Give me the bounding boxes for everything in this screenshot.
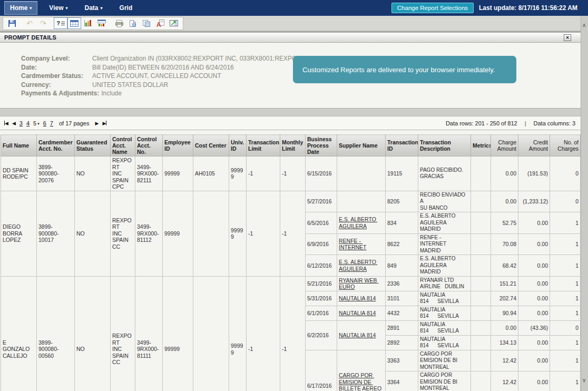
page-link-7[interactable]: 7 — [50, 120, 53, 126]
page-link-3[interactable]: 3 — [19, 120, 23, 126]
metrics-cell — [471, 335, 491, 350]
change-report-selections-button[interactable]: Change Report Selections — [391, 3, 474, 13]
nav-right: Change Report Selections Last update: 8/… — [391, 3, 588, 13]
transaction-id-cell: 2891 — [386, 320, 418, 335]
export-pdf-icon: A — [156, 19, 164, 27]
grid-and-chart-view-icon — [97, 19, 106, 27]
supplier-link[interactable]: CARGO POR EMISION DE BILLETE AEREO — [339, 372, 381, 391]
next-page-button[interactable]: ▶ — [95, 121, 99, 126]
page-link-6[interactable]: 6 — [43, 120, 46, 126]
chart-view-icon[interactable] — [81, 17, 95, 29]
charge-amount-cell: 12.42 — [491, 350, 518, 372]
supplier-link[interactable]: E.S. ALBERTO AGUILERA — [339, 216, 377, 229]
report-grid: Full NameCardmember Acct. No.Guaranteed … — [0, 134, 581, 391]
col-header-transaction-limit: Transaction Limit — [247, 135, 280, 157]
vertical-scrollbar[interactable]: ∧ ∨ — [581, 16, 588, 391]
print-icon[interactable] — [112, 17, 126, 29]
credit-amount-cell: 0.00 — [518, 335, 550, 350]
prompt-field-label: Cardmember Status: — [21, 72, 92, 81]
supplier-name-cell: E.S. ALBERTO AGUILERA — [337, 212, 386, 234]
prompt-field-value: Bill Date(ID) BETWEEN 6/20/2016 AND 6/24… — [92, 63, 234, 72]
last-page-button[interactable]: ▶ — [102, 121, 106, 126]
table-header-row: Full NameCardmember Acct. No.Guaranteed … — [1, 135, 581, 157]
col-header-cardmember-acct-no-: Cardmember Acct. No. — [37, 135, 75, 157]
supplier-link[interactable]: E.S. ALBERTO AGUILERA — [339, 259, 377, 272]
transaction-id-cell: 3364 — [386, 372, 418, 391]
col-header-cost-center: Cost Center — [193, 135, 229, 157]
previous-page-button[interactable]: ◀ — [12, 121, 16, 126]
credit-amount-cell: 0.00 — [518, 372, 550, 391]
supplier-link[interactable]: RENFE - INTERNET — [339, 238, 367, 251]
last-update-label: Last update: 8/17/16 11:56:22 AM — [479, 4, 585, 12]
nav-item-home[interactable]: Home▾ — [4, 1, 37, 15]
pagination-controls: ◀ ◀ 3 4 5▾ 6 7 of 17 pages ▶ ▶ — [4, 120, 106, 126]
metrics-cell — [471, 350, 491, 372]
charge-amount-cell: 90.94 — [491, 306, 518, 320]
scroll-down-icon[interactable]: ∨ — [582, 377, 586, 383]
transaction-description-cell: RECIBO ENVIADO A SU BANCO — [418, 191, 471, 212]
metrics-cell — [471, 320, 491, 335]
nav-item-view[interactable]: View▾ — [41, 0, 76, 16]
business-process-date-cell: 5/27/2016 — [306, 191, 337, 212]
current-page-dropdown[interactable]: 5▾ — [33, 120, 40, 126]
transaction-description-cell: E.S. ALBERTO AGUILERA MADRID — [418, 212, 471, 234]
transaction-id-cell: 4432 — [386, 306, 418, 320]
transaction-id-cell: 8622 — [386, 233, 418, 255]
export-document-icon[interactable] — [126, 17, 140, 29]
pages-count-label: of 17 pages — [59, 120, 90, 126]
supplier-name-cell: RYANAIR WEB EURO — [337, 276, 386, 291]
supplier-link[interactable]: NAUTALIA 814 — [339, 295, 376, 301]
supplier-name-cell — [337, 157, 386, 191]
credit-amount-cell: (43.36) — [518, 320, 550, 335]
toolbar-separator — [110, 18, 111, 28]
col-header-business-process-date: Business Process Date — [306, 135, 337, 157]
person-transaction-limit: -1 — [247, 157, 280, 191]
transaction-id-cell: 3101 — [386, 291, 418, 306]
grid-view-icon[interactable] — [67, 17, 81, 29]
no-of-charges-cell: 1 — [550, 233, 581, 255]
save-icon[interactable] — [5, 17, 19, 29]
prompt-field: Payments & Adjustments: Include — [21, 89, 581, 98]
person-cost-center — [193, 276, 229, 391]
metrics-cell — [471, 291, 491, 306]
person-guaranteed-status: NO — [75, 276, 111, 391]
delivery-notice-banner: Customized Reports are delivered to your… — [293, 56, 516, 83]
charge-amount-cell: 151.21 — [491, 276, 518, 291]
section-divider — [0, 108, 581, 116]
nav-item-data[interactable]: Data▾ — [76, 0, 111, 16]
credit-amount-cell: (191.53) — [518, 157, 550, 191]
data-rows-info: Data rows: 201 - 250 of 812 — [446, 120, 517, 126]
person-control-acct-no: 3499- 9RX000- 81112 — [135, 191, 163, 276]
supplier-link[interactable]: RYANAIR WEB EURO — [339, 277, 378, 290]
transaction-description-cell: NAUTALIA 814 SEVILLA — [418, 306, 471, 320]
credit-amount-cell: 0.00 — [518, 255, 550, 277]
info-separator: | — [525, 120, 526, 126]
transaction-id-cell: 849 — [386, 255, 418, 277]
credit-amount-cell: 0.00 — [518, 350, 550, 372]
no-of-charges-cell: 1 — [550, 276, 581, 291]
resize-panel-icon[interactable] — [167, 17, 181, 29]
export-pdf-icon[interactable]: A — [153, 17, 167, 29]
prompt-details-icon[interactable]: ? — [54, 17, 67, 29]
charge-amount-cell: 0.00 — [491, 191, 518, 212]
resize-panel-icon — [170, 19, 178, 27]
col-header-control-acct-no-: Control Acct. No. — [135, 135, 163, 157]
supplier-link[interactable]: NAUTALIA 814 — [339, 332, 376, 338]
person-control-acct-no: 3499- 9RX000- 81111 — [135, 276, 163, 391]
scroll-up-icon[interactable]: ∧ — [582, 22, 586, 28]
person-univ-id: 99999 — [229, 191, 247, 276]
page-link-4[interactable]: 4 — [26, 120, 30, 126]
first-page-button[interactable]: ◀ — [4, 121, 8, 126]
close-icon[interactable]: ✕ — [564, 34, 571, 41]
col-header-full-name: Full Name — [1, 135, 37, 157]
nav-item-grid[interactable]: Grid — [111, 0, 141, 16]
metrics-cell — [471, 191, 491, 212]
prompt-field-value: Include — [101, 89, 122, 98]
person-full-name: DD SPAIN RODE/PC — [1, 157, 37, 191]
grid-and-chart-view-icon[interactable] — [95, 17, 109, 29]
charge-amount-cell: 0.00 — [491, 320, 518, 335]
col-header-transaction-description: Transaction Description — [418, 135, 471, 157]
copy-table-icon[interactable] — [140, 17, 153, 29]
metrics-cell — [471, 233, 491, 255]
supplier-link[interactable]: NAUTALIA 814 — [339, 310, 376, 316]
